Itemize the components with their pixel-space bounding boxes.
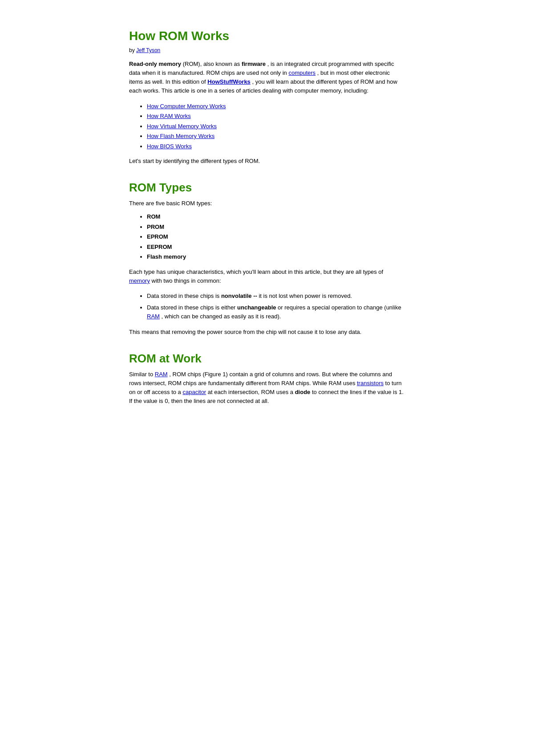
page-container: How ROM Works by Jeff Tyson Read-only me… — [93, 0, 441, 447]
removing-power-paragraph: This means that removing the power sourc… — [129, 328, 405, 337]
rom-at-work-paragraph: Similar to RAM , ROM chips (Figure 1) co… — [129, 370, 405, 406]
list-item-flash: Flash memory — [147, 252, 405, 261]
detail-bullets-list: Data stored in these chips is nonvolatil… — [147, 292, 405, 321]
intro-paragraph: Read-only memory (ROM), also known as fi… — [129, 60, 405, 96]
list-item-unchangeable: Data stored in these chips is either unc… — [147, 303, 405, 321]
howstuffworks-link[interactable]: HowStuffWorks — [207, 78, 251, 85]
memory-link[interactable]: memory — [129, 277, 150, 284]
firmware-bold: firmware — [242, 61, 266, 67]
computers-link[interactable]: computers — [288, 69, 316, 76]
series-links-list: How Computer Memory Works How RAM Works … — [147, 102, 405, 151]
lets-start-paragraph: Let's start by identifying the different… — [129, 157, 405, 166]
rom-at-work-title: ROM at Work — [129, 350, 405, 367]
author-link[interactable]: Jeff Tyson — [136, 47, 160, 53]
article-title: How ROM Works — [129, 27, 405, 45]
list-item: How Virtual Memory Works — [147, 122, 405, 131]
each-type-paragraph: Each type has unique characteristics, wh… — [129, 268, 405, 285]
list-item: How RAM Works — [147, 112, 405, 121]
list-item-prom: PROM — [147, 223, 405, 232]
list-item: How Computer Memory Works — [147, 102, 405, 111]
list-item-rom: ROM — [147, 212, 405, 221]
capacitor-link[interactable]: capacitor — [182, 389, 206, 395]
rom-types-intro: There are five basic ROM types: — [129, 199, 405, 208]
list-item: How Flash Memory Works — [147, 132, 405, 141]
byline-prefix: by — [129, 47, 135, 53]
rom-types-title: ROM Types — [129, 179, 405, 196]
list-item: How BIOS Works — [147, 142, 405, 151]
read-only-memory-bold: Read-only memory — [129, 61, 181, 67]
list-item-nonvolatile: Data stored in these chips is nonvolatil… — [147, 292, 405, 301]
list-item-eprom: EPROM — [147, 232, 405, 241]
how-computer-memory-works-link[interactable]: How Computer Memory Works — [147, 103, 226, 110]
how-ram-works-link[interactable]: How RAM Works — [147, 113, 191, 119]
how-flash-memory-works-link[interactable]: How Flash Memory Works — [147, 133, 214, 139]
how-bios-works-link[interactable]: How BIOS Works — [147, 143, 192, 150]
list-item-eeprom: EEPROM — [147, 243, 405, 252]
ram-link[interactable]: RAM — [147, 313, 160, 320]
rom-types-list: ROM PROM EPROM EEPROM Flash memory — [147, 212, 405, 261]
transistors-link[interactable]: transistors — [357, 380, 384, 386]
how-virtual-memory-works-link[interactable]: How Virtual Memory Works — [147, 123, 217, 130]
byline: by Jeff Tyson — [129, 46, 405, 54]
ram-link-2[interactable]: RAM — [155, 371, 168, 378]
